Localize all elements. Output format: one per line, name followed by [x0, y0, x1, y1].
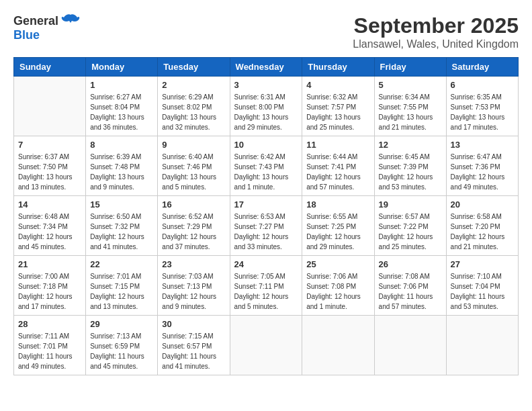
calendar-cell: 12Sunrise: 6:45 AM Sunset: 7:39 PM Dayli…: [374, 136, 446, 196]
day-info: Sunrise: 6:52 AM Sunset: 7:29 PM Dayligh…: [162, 212, 225, 252]
day-info: Sunrise: 6:27 AM Sunset: 8:04 PM Dayligh…: [90, 92, 153, 132]
weekday-header-tuesday: Tuesday: [158, 58, 230, 77]
day-number: 18: [306, 199, 369, 210]
calendar-cell: [302, 316, 374, 375]
day-number: 1: [90, 80, 153, 90]
day-info: Sunrise: 6:34 AM Sunset: 7:55 PM Dayligh…: [379, 92, 442, 132]
calendar-cell: 11Sunrise: 6:44 AM Sunset: 7:41 PM Dayli…: [302, 136, 374, 196]
weekday-header-sunday: Sunday: [14, 58, 86, 77]
logo-bird-icon: [61, 13, 80, 28]
day-info: Sunrise: 6:42 AM Sunset: 7:43 PM Dayligh…: [234, 152, 298, 192]
day-number: 17: [234, 199, 298, 210]
day-info: Sunrise: 6:55 AM Sunset: 7:25 PM Dayligh…: [306, 212, 369, 252]
calendar-cell: 5Sunrise: 6:34 AM Sunset: 7:55 PM Daylig…: [374, 77, 446, 136]
day-number: 15: [90, 199, 153, 210]
day-number: 25: [306, 259, 369, 269]
calendar-cell: [446, 316, 518, 375]
calendar-cell: 25Sunrise: 7:06 AM Sunset: 7:08 PM Dayli…: [302, 256, 374, 316]
calendar-cell: 13Sunrise: 6:47 AM Sunset: 7:36 PM Dayli…: [446, 136, 518, 196]
day-info: Sunrise: 6:35 AM Sunset: 7:53 PM Dayligh…: [451, 92, 514, 132]
calendar-cell: 23Sunrise: 7:03 AM Sunset: 7:13 PM Dayli…: [158, 256, 230, 316]
day-info: Sunrise: 6:57 AM Sunset: 7:22 PM Dayligh…: [379, 212, 442, 252]
calendar-cell: 28Sunrise: 7:11 AM Sunset: 7:01 PM Dayli…: [14, 316, 86, 375]
calendar-week-row: 14Sunrise: 6:48 AM Sunset: 7:34 PM Dayli…: [14, 196, 519, 256]
month-title: September 2025: [353, 13, 519, 38]
day-number: 4: [306, 80, 369, 90]
day-number: 24: [234, 259, 298, 269]
calendar-week-row: 1Sunrise: 6:27 AM Sunset: 8:04 PM Daylig…: [14, 77, 519, 136]
day-info: Sunrise: 7:05 AM Sunset: 7:11 PM Dayligh…: [234, 271, 298, 312]
day-info: Sunrise: 7:15 AM Sunset: 6:57 PM Dayligh…: [162, 331, 225, 371]
calendar-cell: 20Sunrise: 6:58 AM Sunset: 7:20 PM Dayli…: [446, 196, 518, 256]
weekday-header-wednesday: Wednesday: [230, 58, 302, 77]
day-info: Sunrise: 6:47 AM Sunset: 7:36 PM Dayligh…: [451, 152, 514, 192]
calendar-week-row: 28Sunrise: 7:11 AM Sunset: 7:01 PM Dayli…: [14, 316, 519, 375]
calendar-cell: 14Sunrise: 6:48 AM Sunset: 7:34 PM Dayli…: [14, 196, 86, 256]
day-number: 23: [162, 259, 225, 269]
calendar-cell: 21Sunrise: 7:00 AM Sunset: 7:18 PM Dayli…: [14, 256, 86, 316]
logo-general: General: [13, 14, 58, 28]
calendar-cell: [374, 316, 446, 375]
weekday-header-saturday: Saturday: [446, 58, 518, 77]
day-number: 16: [162, 199, 225, 210]
calendar-cell: 8Sunrise: 6:39 AM Sunset: 7:48 PM Daylig…: [86, 136, 158, 196]
day-number: 30: [162, 319, 225, 329]
calendar-cell: 22Sunrise: 7:01 AM Sunset: 7:15 PM Dayli…: [86, 256, 158, 316]
calendar-cell: 10Sunrise: 6:42 AM Sunset: 7:43 PM Dayli…: [230, 136, 302, 196]
calendar-week-row: 7Sunrise: 6:37 AM Sunset: 7:50 PM Daylig…: [14, 136, 519, 196]
day-info: Sunrise: 7:06 AM Sunset: 7:08 PM Dayligh…: [306, 271, 369, 312]
day-info: Sunrise: 6:53 AM Sunset: 7:27 PM Dayligh…: [234, 212, 298, 252]
day-info: Sunrise: 7:01 AM Sunset: 7:15 PM Dayligh…: [90, 271, 153, 312]
day-number: 6: [451, 80, 514, 90]
day-number: 28: [18, 319, 81, 329]
day-info: Sunrise: 6:37 AM Sunset: 7:50 PM Dayligh…: [18, 152, 81, 192]
calendar-cell: 24Sunrise: 7:05 AM Sunset: 7:11 PM Dayli…: [230, 256, 302, 316]
calendar-cell: 6Sunrise: 6:35 AM Sunset: 7:53 PM Daylig…: [446, 77, 518, 136]
logo: General Blue: [13, 13, 80, 42]
calendar-cell: 17Sunrise: 6:53 AM Sunset: 7:27 PM Dayli…: [230, 196, 302, 256]
calendar-cell: 30Sunrise: 7:15 AM Sunset: 6:57 PM Dayli…: [158, 316, 230, 375]
calendar-cell: 7Sunrise: 6:37 AM Sunset: 7:50 PM Daylig…: [14, 136, 86, 196]
weekday-header-monday: Monday: [86, 58, 158, 77]
day-number: 22: [90, 259, 153, 269]
day-info: Sunrise: 6:50 AM Sunset: 7:32 PM Dayligh…: [90, 212, 153, 252]
day-number: 20: [451, 199, 514, 210]
weekday-header-row: SundayMondayTuesdayWednesdayThursdayFrid…: [14, 58, 519, 77]
day-info: Sunrise: 6:31 AM Sunset: 8:00 PM Dayligh…: [234, 92, 298, 132]
day-number: 10: [234, 140, 298, 150]
day-number: 9: [162, 140, 225, 150]
day-info: Sunrise: 6:32 AM Sunset: 7:57 PM Dayligh…: [306, 92, 369, 132]
calendar-cell: 26Sunrise: 7:08 AM Sunset: 7:06 PM Dayli…: [374, 256, 446, 316]
day-number: 2: [162, 80, 225, 90]
day-info: Sunrise: 7:13 AM Sunset: 6:59 PM Dayligh…: [90, 331, 153, 371]
day-number: 3: [234, 80, 298, 90]
day-info: Sunrise: 6:29 AM Sunset: 8:02 PM Dayligh…: [162, 92, 225, 132]
day-info: Sunrise: 7:00 AM Sunset: 7:18 PM Dayligh…: [18, 271, 81, 312]
day-number: 12: [379, 140, 442, 150]
calendar-cell: 15Sunrise: 6:50 AM Sunset: 7:32 PM Dayli…: [86, 196, 158, 256]
day-number: 14: [18, 199, 81, 210]
calendar-week-row: 21Sunrise: 7:00 AM Sunset: 7:18 PM Dayli…: [14, 256, 519, 316]
day-number: 21: [18, 259, 81, 269]
calendar-cell: [14, 77, 86, 136]
day-number: 8: [90, 140, 153, 150]
calendar-cell: 9Sunrise: 6:40 AM Sunset: 7:46 PM Daylig…: [158, 136, 230, 196]
day-number: 11: [306, 140, 369, 150]
calendar-cell: 16Sunrise: 6:52 AM Sunset: 7:29 PM Dayli…: [158, 196, 230, 256]
calendar-table: SundayMondayTuesdayWednesdayThursdayFrid…: [13, 57, 519, 375]
day-number: 5: [379, 80, 442, 90]
weekday-header-friday: Friday: [374, 58, 446, 77]
day-info: Sunrise: 6:58 AM Sunset: 7:20 PM Dayligh…: [451, 212, 514, 252]
calendar-cell: 3Sunrise: 6:31 AM Sunset: 8:00 PM Daylig…: [230, 77, 302, 136]
day-info: Sunrise: 6:45 AM Sunset: 7:39 PM Dayligh…: [379, 152, 442, 192]
day-info: Sunrise: 7:11 AM Sunset: 7:01 PM Dayligh…: [18, 331, 81, 371]
calendar-cell: 1Sunrise: 6:27 AM Sunset: 8:04 PM Daylig…: [86, 77, 158, 136]
day-info: Sunrise: 6:44 AM Sunset: 7:41 PM Dayligh…: [306, 152, 369, 192]
calendar-cell: 29Sunrise: 7:13 AM Sunset: 6:59 PM Dayli…: [86, 316, 158, 375]
day-info: Sunrise: 6:39 AM Sunset: 7:48 PM Dayligh…: [90, 152, 153, 192]
location: Llansawel, Wales, United Kingdom: [353, 38, 519, 50]
title-section: September 2025 Llansawel, Wales, United …: [353, 13, 519, 50]
day-number: 27: [451, 259, 514, 269]
day-info: Sunrise: 7:08 AM Sunset: 7:06 PM Dayligh…: [379, 271, 442, 312]
day-number: 13: [451, 140, 514, 150]
